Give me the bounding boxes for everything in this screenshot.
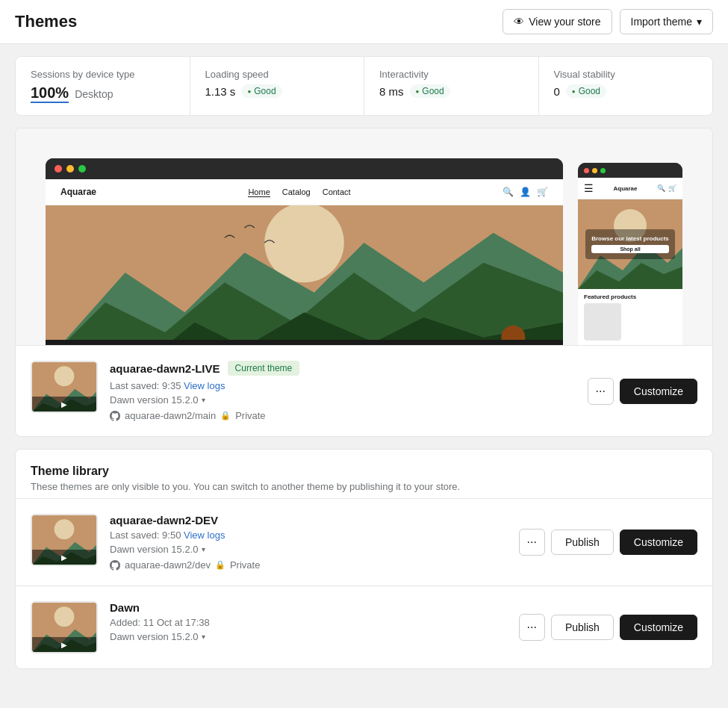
mobile-dot-yellow <box>592 168 597 173</box>
mobile-featured-title: Featured products <box>584 294 676 300</box>
theme-dawn-version[interactable]: Dawn version 15.2.0 ▾ <box>110 631 210 642</box>
theme-dev-saved: Last saved: 9:50 View logs <box>110 530 260 541</box>
preview-container: Aquarae Home Catalog Contact 🔍 👤 🛒 Welco… <box>16 128 712 345</box>
interactivity-metric: Interactivity 8 ms Good <box>364 57 539 115</box>
desktop-mockup: Aquarae Home Catalog Contact 🔍 👤 🛒 Welco… <box>46 158 563 345</box>
view-logs-link[interactable]: View logs <box>184 380 225 391</box>
sessions-label: Sessions by device type <box>31 69 175 80</box>
mobile-hero-text: Browse our latest products Shop all <box>585 229 675 259</box>
current-theme-github: aquarae-dawn2/main 🔒 Private <box>110 410 299 421</box>
mobile-menu-icon: ☰ <box>584 182 594 194</box>
theme-details: aquarae-dawn2-LIVE Current theme Last sa… <box>110 361 299 421</box>
dawn-version-chevron-icon: ▾ <box>202 633 205 641</box>
loading-label: Loading speed <box>205 69 349 80</box>
desktop-nav: Aquarae Home Catalog Contact 🔍 👤 🛒 <box>46 179 563 205</box>
theme-dawn-actions: ··· Publish Customize <box>519 614 697 641</box>
svg-point-7 <box>55 366 75 386</box>
theme-dev-customize-button[interactable]: Customize <box>620 530 697 555</box>
theme-item-left: ▶ aquarae-dawn2-DEV Last saved: 9:50 Vie… <box>31 514 260 571</box>
theme-dawn-thumbnail: ▶ <box>31 601 98 653</box>
cart-icon: 🛒 <box>537 187 548 197</box>
mobile-bar <box>578 163 682 178</box>
library-subtitle: These themes are only visible to you. Yo… <box>31 481 697 492</box>
desktop-nav-icons: 🔍 👤 🛒 <box>503 187 548 197</box>
mobile-mockup: ☰ Aquarae 🔍 🛒 <box>578 163 682 345</box>
current-theme-customize-button[interactable]: Customize <box>620 379 697 404</box>
current-theme-info: ▶ aquarae-dawn2-LIVE Current theme Last … <box>16 345 712 436</box>
mobile-nav-logo: Aquarae <box>613 185 637 192</box>
hero-illustration <box>46 205 563 340</box>
github-icon <box>110 411 120 421</box>
loading-metric: Loading speed 1.13 s Good <box>190 57 365 115</box>
svg-point-9 <box>55 519 75 539</box>
sessions-metric: Sessions by device type 100% Desktop <box>16 57 190 115</box>
svg-point-11 <box>55 606 75 627</box>
dot-green <box>78 165 86 173</box>
theme-dev-version[interactable]: Dawn version 15.2.0 ▾ <box>110 544 260 555</box>
dot-red <box>55 165 62 173</box>
interactivity-label: Interactivity <box>379 69 523 80</box>
visual-metric: Visual stability 0 Good <box>539 57 713 115</box>
current-theme-version[interactable]: Dawn version 15.2.0 ▾ <box>110 394 299 406</box>
version-chevron-icon: ▾ <box>202 396 205 404</box>
metrics-row: Sessions by device type 100% Desktop Loa… <box>15 56 713 116</box>
header-actions: 👁 View your store Import theme ▾ <box>503 9 713 34</box>
eye-icon: 👁 <box>514 16 524 28</box>
dev-version-chevron-icon: ▾ <box>202 545 205 553</box>
search-icon: 🔍 <box>503 187 514 197</box>
chevron-down-icon: ▾ <box>697 16 702 28</box>
theme-dev-actions: ··· Publish Customize <box>519 529 697 556</box>
desktop-hero: Welcome to our store <box>46 205 563 340</box>
mobile-nav-icons: 🔍 🛒 <box>657 184 676 192</box>
library-title: Theme library <box>31 465 697 478</box>
current-theme-saved: Last saved: 9:35 View logs <box>110 380 299 391</box>
theme-dawn-saved: Added: 11 Oct at 17:38 <box>110 617 210 628</box>
visual-label: Visual stability <box>554 69 698 80</box>
view-store-button[interactable]: 👁 View your store <box>503 9 612 34</box>
theme-dawn-name: Dawn <box>110 601 210 614</box>
current-theme-badge: Current theme <box>228 361 300 376</box>
current-theme-name: aquarae-dawn2-LIVE <box>110 362 220 375</box>
mobile-dot-green <box>600 168 606 173</box>
loading-badge: Good <box>241 84 281 98</box>
interactivity-value: 8 ms Good <box>379 84 523 98</box>
thumbnail-overlay: ▶ <box>32 397 96 412</box>
mobile-screen: ☰ Aquarae 🔍 🛒 <box>578 178 682 345</box>
dot-yellow <box>66 165 74 173</box>
theme-dev-github: aquarae-dawn2/dev 🔒 Private <box>110 559 260 571</box>
theme-dawn-publish-button[interactable]: Publish <box>551 615 614 640</box>
library-header: Theme library These themes are only visi… <box>16 450 712 498</box>
mobile-hero: Browse our latest products Shop all <box>578 199 682 289</box>
user-icon: 👤 <box>520 187 531 197</box>
import-theme-button[interactable]: Import theme ▾ <box>620 9 713 34</box>
theme-dawn-customize-button[interactable]: Customize <box>620 615 697 640</box>
desktop-bar <box>46 158 563 179</box>
theme-dev-publish-button[interactable]: Publish <box>551 530 614 555</box>
dawn-play-icon: ▶ <box>61 641 67 649</box>
visual-value: 0 Good <box>554 84 698 98</box>
theme-dev-name: aquarae-dawn2-DEV <box>110 514 260 527</box>
theme-item: ▶ Dawn Added: 11 Oct at 17:38 Dawn versi… <box>16 586 712 668</box>
dev-github-icon <box>110 560 120 571</box>
loading-value: 1.13 s Good <box>205 84 349 98</box>
theme-dev-more-button[interactable]: ··· <box>519 529 545 556</box>
current-theme-more-button[interactable]: ··· <box>588 378 614 405</box>
mobile-search-icon: 🔍 <box>657 184 665 192</box>
mobile-nav: ☰ Aquarae 🔍 🛒 <box>578 178 682 199</box>
theme-dawn-more-button[interactable]: ··· <box>519 614 545 641</box>
mobile-product-thumbnail <box>584 303 621 341</box>
dev-play-icon: ▶ <box>61 553 67 562</box>
interactivity-badge: Good <box>410 84 450 98</box>
library-section: Theme library These themes are only visi… <box>15 449 713 669</box>
mobile-dot-red <box>584 168 589 173</box>
desktop-screen: Aquarae Home Catalog Contact 🔍 👤 🛒 Welco… <box>46 179 563 340</box>
desktop-nav-logo: Aquarae <box>60 187 96 197</box>
visual-badge: Good <box>566 84 606 98</box>
play-icon: ▶ <box>61 400 67 409</box>
theme-dev-logs-link[interactable]: View logs <box>184 530 225 541</box>
mobile-hero-content: Browse our latest products Shop all <box>585 229 675 259</box>
theme-dev-details: aquarae-dawn2-DEV Last saved: 9:50 View … <box>110 514 260 571</box>
theme-name-row: aquarae-dawn2-LIVE Current theme <box>110 361 299 376</box>
lock-icon: 🔒 <box>220 411 231 420</box>
dawn-thumbnail-overlay: ▶ <box>32 637 96 652</box>
